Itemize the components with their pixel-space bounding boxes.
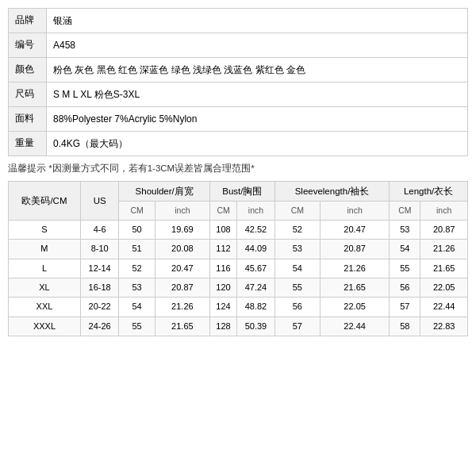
fabric-label: 面料: [9, 107, 47, 131]
cell-sleeve-cm: 56: [274, 298, 320, 317]
cell-sleeve-cm: 54: [274, 259, 320, 278]
fabric-value: 88%Polyester 7%Acrylic 5%Nylon: [47, 107, 203, 131]
cell-us: 24-26: [80, 317, 119, 336]
code-label: 编号: [9, 33, 47, 57]
cell-bust-inch: 44.09: [237, 240, 275, 259]
cell-size: XXXL: [9, 317, 81, 336]
cell-sleeve-cm: 52: [274, 220, 320, 239]
cell-us: 12-14: [80, 259, 119, 278]
cell-sleeve-inch: 21.65: [321, 278, 390, 297]
color-value: 粉色 灰色 黑色 红色 深蓝色 绿色 浅绿色 浅蓝色 紫红色 金色: [47, 58, 312, 82]
cell-size: XXL: [9, 298, 81, 317]
cell-length-inch: 22.44: [420, 298, 468, 317]
header-length: Length/衣长: [390, 182, 468, 202]
cell-bust-inch: 50.39: [237, 317, 275, 336]
product-info-table: 品牌 银涵 编号 A458 颜色 粉色 灰色 黑色 红色 深蓝色 绿色 浅绿色 …: [8, 8, 468, 156]
cell-sleeve-inch: 20.47: [321, 220, 390, 239]
length-cm-header: CM: [390, 202, 420, 221]
fabric-row: 面料 88%Polyester 7%Acrylic 5%Nylon: [9, 107, 467, 132]
cell-shoulder-cm: 52: [119, 259, 155, 278]
cell-length-cm: 53: [390, 220, 420, 239]
cell-sleeve-inch: 20.87: [321, 240, 390, 259]
shoulder-cm-header: CM: [119, 202, 155, 221]
weight-value: 0.4KG（最大码）: [47, 132, 134, 155]
cell-bust-cm: 124: [209, 298, 236, 317]
cell-shoulder-inch: 20.87: [155, 278, 209, 297]
brand-label: 品牌: [9, 9, 47, 33]
cell-shoulder-inch: 21.65: [155, 317, 209, 336]
cell-shoulder-inch: 20.47: [155, 259, 209, 278]
size-row: 尺码 S M L XL 粉色S-3XL: [9, 83, 467, 107]
cell-shoulder-cm: 55: [119, 317, 155, 336]
cell-sleeve-cm: 55: [274, 278, 320, 297]
table-row: XXL 20-22 54 21.26 124 48.82 56 22.05 57…: [9, 298, 468, 317]
cell-sleeve-cm: 57: [274, 317, 320, 336]
cell-bust-cm: 112: [209, 240, 236, 259]
table-row: S 4-6 50 19.69 108 42.52 52 20.47 53 20.…: [9, 220, 468, 239]
table-row: XXXL 24-26 55 21.65 128 50.39 57 22.44 5…: [9, 317, 468, 336]
cell-size: M: [9, 240, 81, 259]
cell-shoulder-cm: 50: [119, 220, 155, 239]
sleeve-inch-header: inch: [321, 202, 390, 221]
cell-length-inch: 21.26: [420, 240, 468, 259]
bust-inch-header: inch: [237, 202, 275, 221]
cell-shoulder-inch: 21.26: [155, 298, 209, 317]
cell-sleeve-cm: 53: [274, 240, 320, 259]
shoulder-inch-header: inch: [155, 202, 209, 221]
size-chart-table: 欧美码/CM US Shoulder/肩宽 Bust/胸围 Sleeveleng…: [8, 181, 468, 336]
temperature-note: 温馨提示 *因测量方式不同，若有1-3CM误差皆属合理范围*: [8, 159, 468, 178]
header-bust: Bust/胸围: [209, 182, 274, 202]
cell-length-cm: 54: [390, 240, 420, 259]
cell-length-cm: 58: [390, 317, 420, 336]
size-table-body: S 4-6 50 19.69 108 42.52 52 20.47 53 20.…: [9, 220, 468, 336]
header-eu-cm: 欧美码/CM: [9, 182, 81, 221]
table-row: M 8-10 51 20.08 112 44.09 53 20.87 54 21…: [9, 240, 468, 259]
cell-sleeve-inch: 22.05: [321, 298, 390, 317]
size-value: S M L XL 粉色S-3XL: [47, 83, 146, 106]
cell-shoulder-inch: 19.69: [155, 220, 209, 239]
cell-shoulder-cm: 54: [119, 298, 155, 317]
cell-us: 8-10: [80, 240, 119, 259]
color-row: 颜色 粉色 灰色 黑色 红色 深蓝色 绿色 浅绿色 浅蓝色 紫红色 金色: [9, 58, 467, 83]
header-row-main: 欧美码/CM US Shoulder/肩宽 Bust/胸围 Sleeveleng…: [9, 182, 468, 202]
sleeve-cm-header: CM: [274, 202, 320, 221]
cell-shoulder-cm: 51: [119, 240, 155, 259]
cell-length-inch: 22.05: [420, 278, 468, 297]
cell-length-inch: 21.65: [420, 259, 468, 278]
brand-row: 品牌 银涵: [9, 9, 467, 33]
cell-us: 4-6: [80, 220, 119, 239]
cell-length-cm: 57: [390, 298, 420, 317]
cell-length-cm: 55: [390, 259, 420, 278]
code-row: 编号 A458: [9, 33, 467, 58]
cell-bust-inch: 47.24: [237, 278, 275, 297]
weight-row: 重量 0.4KG（最大码）: [9, 132, 467, 155]
cell-bust-cm: 116: [209, 259, 236, 278]
cell-bust-cm: 128: [209, 317, 236, 336]
cell-bust-inch: 42.52: [237, 220, 275, 239]
cell-bust-cm: 120: [209, 278, 236, 297]
length-inch-header: inch: [420, 202, 468, 221]
cell-sleeve-inch: 22.44: [321, 317, 390, 336]
code-value: A458: [47, 33, 82, 57]
brand-value: 银涵: [47, 9, 79, 33]
cell-bust-cm: 108: [209, 220, 236, 239]
cell-bust-inch: 48.82: [237, 298, 275, 317]
weight-label: 重量: [9, 132, 47, 155]
cell-us: 20-22: [80, 298, 119, 317]
cell-length-cm: 56: [390, 278, 420, 297]
header-shoulder: Shoulder/肩宽: [119, 182, 210, 202]
size-label: 尺码: [9, 83, 47, 106]
header-sleeve: Sleevelength/袖长: [274, 182, 390, 202]
color-label: 颜色: [9, 58, 47, 82]
cell-size: S: [9, 220, 81, 239]
table-row: L 12-14 52 20.47 116 45.67 54 21.26 55 2…: [9, 259, 468, 278]
cell-length-inch: 22.83: [420, 317, 468, 336]
bust-cm-header: CM: [209, 202, 236, 221]
cell-size: L: [9, 259, 81, 278]
header-us: US: [80, 182, 119, 221]
cell-bust-inch: 45.67: [237, 259, 275, 278]
table-row: XL 16-18 53 20.87 120 47.24 55 21.65 56 …: [9, 278, 468, 297]
cell-us: 16-18: [80, 278, 119, 297]
cell-length-inch: 20.87: [420, 220, 468, 239]
cell-shoulder-inch: 20.08: [155, 240, 209, 259]
